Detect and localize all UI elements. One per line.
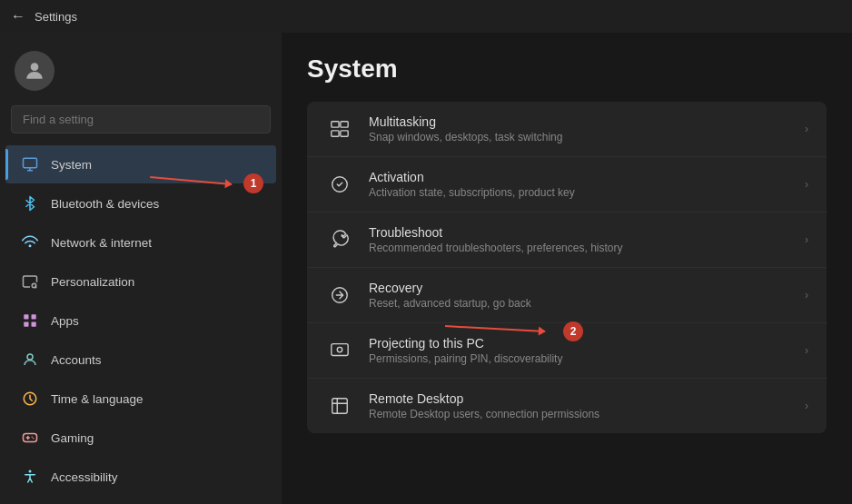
svg-rect-6 [24,322,28,327]
svg-rect-17 [341,131,348,136]
settings-item-text-remote-desktop: Remote Desktop Remote Desktop users, con… [369,391,790,420]
activation-icon [325,170,354,199]
accounts-icon [20,350,40,370]
user-profile[interactable] [0,44,282,105]
sidebar-item-apps[interactable]: Apps [5,301,276,340]
sidebar: System Bluetooth & devices Network & int… [0,33,282,504]
settings-item-text-troubleshoot: Troubleshoot Recommended troubleshooters… [369,225,790,254]
chevron-icon-troubleshoot: › [805,233,808,246]
avatar [15,51,54,91]
sidebar-label-network: Network & internet [51,236,152,250]
svg-rect-15 [341,122,348,127]
settings-item-desc-remote-desktop: Remote Desktop users, connection permiss… [369,408,790,420]
system-icon [20,154,40,174]
settings-item-recovery[interactable]: Recovery Reset, advanced startup, go bac… [307,268,827,323]
sidebar-label-accessibility: Accessibility [51,470,118,484]
sidebar-label-time: Time & language [51,392,144,406]
sidebar-item-accounts[interactable]: Accounts [5,341,276,379]
settings-item-desc-projecting: Permissions, pairing PIN, discoverabilit… [369,352,790,365]
recovery-icon [325,281,354,310]
sidebar-label-system: System [51,158,92,172]
svg-rect-7 [32,322,36,327]
sidebar-label-gaming: Gaming [51,431,94,445]
settings-item-text-recovery: Recovery Reset, advanced startup, go bac… [369,281,790,310]
settings-item-text-multitasking: Multitasking Snap windows, desktops, tas… [369,114,790,143]
svg-point-0 [31,63,39,71]
network-icon [20,232,40,252]
svg-rect-5 [32,314,36,319]
svg-point-8 [27,354,33,360]
title-bar-label: Settings [35,10,77,24]
settings-item-text-activation: Activation Activation state, subscriptio… [369,170,790,199]
personalization-icon [20,272,40,292]
settings-item-title-remote-desktop: Remote Desktop [369,391,790,406]
svg-rect-4 [24,314,28,319]
settings-item-text-projecting: Projecting to this PC Permissions, pairi… [369,336,790,365]
sidebar-label-bluetooth: Bluetooth & devices [51,197,159,211]
search-input[interactable] [11,105,271,133]
accessibility-icon [20,467,40,487]
time-icon [20,389,40,409]
main-layout: 1 2 System Bluetooth & devices Network &… [0,33,852,504]
chevron-icon-remote-desktop: › [805,400,808,412]
chevron-icon-activation: › [805,178,808,191]
settings-item-activation[interactable]: Activation Activation state, subscriptio… [307,157,827,212]
chevron-icon-projecting: › [805,344,808,357]
settings-item-title-recovery: Recovery [369,281,790,295]
svg-rect-16 [332,131,339,136]
settings-item-title-troubleshoot: Troubleshoot [369,225,790,240]
title-bar: ← Settings [0,0,852,33]
svg-point-11 [32,437,34,439]
svg-rect-14 [332,122,339,127]
back-button[interactable]: ← [11,8,25,25]
settings-item-desc-recovery: Reset, advanced startup, go back [369,297,790,310]
sidebar-label-personalization: Personalization [51,275,134,289]
gaming-icon [20,428,40,448]
remote-desktop-icon [325,391,354,420]
sidebar-item-time[interactable]: Time & language [5,380,276,418]
chevron-icon-recovery: › [805,289,808,301]
settings-item-troubleshoot[interactable]: Troubleshoot Recommended troubleshooters… [307,212,827,268]
annotation-circle-1: 1 [243,173,263,193]
sidebar-label-apps: Apps [51,314,79,328]
svg-point-2 [29,244,32,247]
sidebar-label-accounts: Accounts [51,353,102,367]
settings-item-title-multitasking: Multitasking [369,114,790,129]
sidebar-item-personalization[interactable]: Personalization [5,262,276,301]
svg-point-21 [337,347,342,352]
troubleshoot-icon [325,225,354,254]
sidebar-item-accessibility[interactable]: Accessibility [5,458,276,496]
svg-point-13 [29,470,32,473]
settings-item-desc-activation: Activation state, subscriptions, product… [369,186,790,199]
chevron-icon-multitasking: › [805,123,808,135]
sidebar-item-system[interactable]: System [5,145,276,183]
sidebar-item-bluetooth[interactable]: Bluetooth & devices [5,184,276,222]
settings-item-remote-desktop[interactable]: Remote Desktop Remote Desktop users, con… [307,379,827,433]
settings-item-desc-troubleshoot: Recommended troubleshooters, preferences… [369,242,790,254]
multitasking-icon [325,114,354,143]
settings-item-desc-multitasking: Snap windows, desktops, task switching [369,131,790,143]
annotation-circle-2: 2 [563,321,583,341]
svg-rect-20 [332,344,348,356]
sidebar-item-gaming[interactable]: Gaming [5,419,276,457]
svg-rect-1 [24,158,37,168]
settings-item-multitasking[interactable]: Multitasking Snap windows, desktops, tas… [307,102,827,157]
page-title: System [307,54,827,84]
apps-icon [20,311,40,331]
sidebar-nav: System Bluetooth & devices Network & int… [0,144,282,497]
settings-list: Multitasking Snap windows, desktops, tas… [307,102,827,433]
bluetooth-icon [20,193,40,213]
projecting-icon [325,336,354,365]
svg-point-12 [33,438,35,440]
search-box[interactable] [11,105,271,133]
sidebar-item-network[interactable]: Network & internet [5,223,276,262]
settings-item-title-activation: Activation [369,170,790,184]
content-area: System Multitasking Snap windows, deskto… [282,33,852,504]
